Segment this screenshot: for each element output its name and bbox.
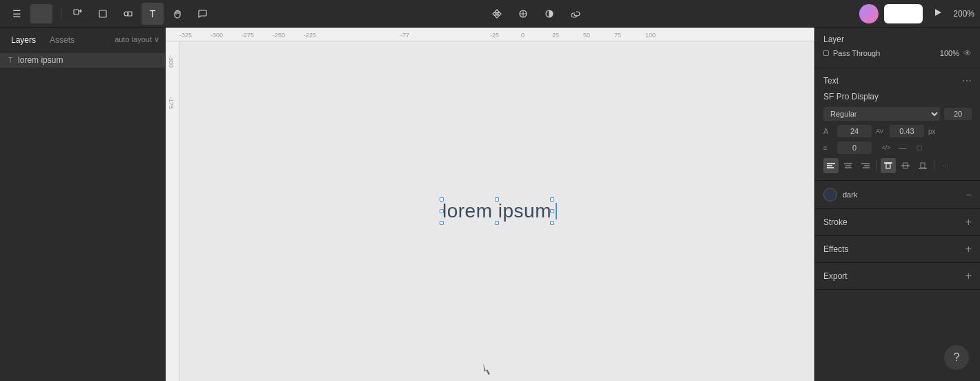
more-text-options-btn[interactable]: ⋯ [938,158,953,173]
separator-1 [61,7,61,21]
main-layout: Layers Assets auto layout ∨ T lorem ipsu… [0,28,980,381]
effects-header-row: Effects + [823,243,972,255]
ruler-mark: 0 [521,32,525,39]
paragraph-row: ≡ </> — □ [823,140,972,155]
panel-tabs: Layers Assets auto layout ∨ [0,28,165,52]
paint-icon [518,9,528,19]
help-icon: ? [954,351,960,364]
layer-type-icon: T [8,57,12,64]
stroke-add-btn[interactable]: + [966,216,972,228]
stroke-header-row: Stroke + [823,216,972,228]
align-separator-2 [934,160,934,171]
component-icon [492,9,502,19]
svg-rect-16 [886,164,890,168]
line-height-row: A AV px [823,125,972,137]
layer-name: lorem ipsum [18,55,63,65]
valign-middle-btn[interactable] [898,158,913,173]
ruler-mark: 75 [614,32,621,39]
code-style-btn[interactable]: </> [879,140,894,155]
export-title: Export [823,271,847,281]
export-section: Export + [815,263,980,290]
canvas[interactable]: -325 -300 -275 -250 -225 -77 -25 0 25 50… [166,28,814,381]
move-tool[interactable] [67,3,89,25]
ruler-mark: -275 [242,32,254,39]
eye-icon[interactable]: 👁 [963,48,972,58]
preview-button[interactable] [884,4,923,23]
ruler-mark: 25 [552,32,559,39]
frame-tool[interactable] [92,3,114,25]
font-weight-row: Regular [823,107,972,121]
effects-section: Effects + [815,236,980,263]
move-icon [73,9,83,19]
export-add-btn[interactable]: + [966,270,972,282]
text-align-row: ⋯ [823,158,972,173]
ruler-top: -325 -300 -275 -250 -225 -77 -25 0 25 50… [166,28,814,41]
zoom-label: 200% [953,9,974,19]
menu-icon: ☰ [12,8,21,19]
shape-tool[interactable] [117,3,139,25]
valign-bottom-icon [919,162,927,169]
assets-tab[interactable]: Assets [44,32,80,48]
align-left-icon [827,162,835,169]
component-tool[interactable] [486,3,508,25]
valign-top-icon [884,162,892,169]
auto-layout-button[interactable]: auto layout ∨ [115,35,159,44]
fill-color-row: dark − [823,188,972,202]
canvas-text-element[interactable]: lorem ipsum [442,200,551,222]
play-button[interactable] [928,4,948,23]
layers-tab[interactable]: Layers [6,32,41,48]
align-left-btn[interactable] [823,158,839,173]
font-family-label: SF Pro Display [823,92,972,101]
center-tools [486,3,587,25]
opacity-value[interactable]: 100% [940,49,959,57]
align-center-btn[interactable] [841,158,856,173]
fill-color-swatch[interactable] [823,188,837,202]
svg-rect-1 [99,10,106,17]
text-section-header: Text ⋯ [823,75,972,86]
paint-tool[interactable] [512,3,534,25]
valign-bottom-btn[interactable] [915,158,930,173]
menu-button[interactable]: ☰ [6,3,28,25]
font-weight-select[interactable]: Regular [823,107,940,121]
blend-mode-label[interactable]: Pass Through [833,49,880,57]
align-separator [876,160,877,171]
layer-item-lorem-ipsum[interactable]: T lorem ipsum [0,52,165,68]
text-tool[interactable]: T [141,3,164,25]
strikethrough-btn[interactable]: — [895,140,910,155]
link-tool[interactable] [565,3,587,25]
paragraph-spacing-input[interactable] [837,141,872,154]
help-button[interactable]: ? [944,345,969,370]
hand-icon [173,9,182,19]
text-box-btn[interactable]: □ [912,140,927,155]
align-right-btn[interactable] [858,158,873,173]
avatar [859,4,879,23]
frame-icon [98,9,108,19]
align-center-icon [844,162,852,169]
comment-tool[interactable] [191,3,213,25]
contrast-icon [545,9,554,19]
font-size-input[interactable] [944,108,972,120]
fill-remove-btn[interactable]: − [966,189,972,200]
hand-tool[interactable] [166,3,188,25]
fill-section: dark − [815,181,980,209]
letter-spacing-unit: px [928,128,936,135]
svg-rect-20 [921,163,925,168]
text-section-more[interactable]: ⋯ [962,75,972,86]
comment-icon [197,9,207,19]
ruler-side-mark: -175 [168,97,175,109]
effects-title: Effects [823,244,848,254]
effects-add-btn[interactable]: + [966,243,972,255]
ruler-mark: -77 [400,32,409,39]
line-height-input[interactable] [837,125,872,137]
left-panel: Layers Assets auto layout ∨ T lorem ipsu… [0,28,166,381]
ruler-mark: -325 [179,32,192,39]
ruler-side-mark: -300 [168,55,175,68]
letter-spacing-input[interactable] [890,125,924,137]
contrast-tool[interactable] [538,3,560,25]
valign-top-btn[interactable] [881,158,896,173]
text-tool-icon: T [150,8,156,19]
canvas-content[interactable]: lorem ipsum [179,41,814,381]
ruler-mark: -250 [273,32,285,39]
ruler-side: -300 -175 [166,41,179,381]
align-right-icon [861,162,870,169]
